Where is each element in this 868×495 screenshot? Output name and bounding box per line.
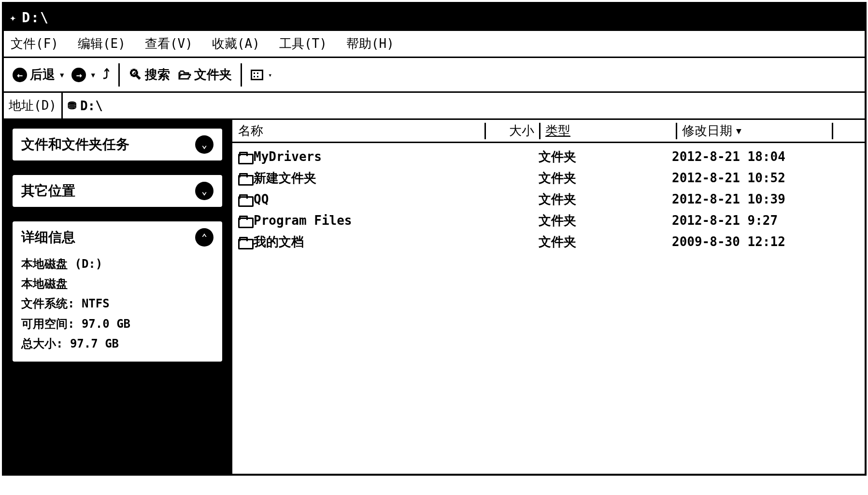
chevron-down-icon: ▼ [91, 71, 95, 79]
table-row[interactable]: 我的文档文件夹2009-8-30 12:12 [232, 231, 865, 252]
menu-file[interactable]: 文件(F) [11, 35, 58, 52]
cell-name: MyDrivers [238, 149, 487, 164]
folder-icon [238, 152, 251, 161]
file-rows: MyDrivers文件夹2012-8-21 18:04新建文件夹文件夹2012-… [232, 143, 865, 252]
cell-name: 我的文档 [238, 233, 487, 250]
chevron-down-icon: ▼ [60, 71, 64, 79]
column-size[interactable]: 大小 [491, 122, 534, 139]
folder-icon [238, 216, 251, 225]
places-panel[interactable]: 其它位置 ⌄ [13, 175, 222, 207]
column-date[interactable]: 修改日期 ▼ [682, 122, 827, 139]
table-row[interactable]: 新建文件夹文件夹2012-8-21 10:52 [232, 167, 865, 189]
explorer-window: ✦ D:\ 文件(F) 编辑(E) 查看(V) 收藏(A) 工具(T) 帮助(H… [2, 2, 867, 476]
folders-button[interactable]: 🗁︎ 文件夹 [174, 66, 236, 83]
titlebar[interactable]: ✦ D:\ [4, 4, 865, 31]
column-type[interactable]: 类型 [545, 122, 671, 139]
search-button[interactable]: 🔍︎ 搜索 [125, 66, 174, 83]
menu-tools[interactable]: 工具(T) [279, 35, 327, 52]
back-button[interactable]: ← 后退 ▼ [9, 66, 68, 83]
views-icon [251, 70, 263, 80]
sort-desc-icon: ▼ [736, 126, 741, 136]
details-panel-title: 详细信息 [21, 228, 75, 247]
address-label: 地址(D) [4, 93, 63, 118]
table-row[interactable]: QQ文件夹2012-8-21 10:39 [232, 189, 865, 210]
places-panel-title: 其它位置 [21, 182, 75, 200]
file-name: 新建文件夹 [254, 170, 316, 187]
file-name: 我的文档 [254, 233, 304, 250]
chevron-down-icon: ▾ [268, 71, 272, 79]
menu-favorites[interactable]: 收藏(A) [212, 35, 260, 52]
column-resize-handle[interactable] [676, 123, 677, 139]
file-name: QQ [254, 192, 269, 206]
up-button[interactable]: ⤴ [99, 67, 114, 83]
details-panel: 详细信息 ⌃ 本地磁盘 (D:) 本地磁盘 文件系统: NTFS 可用空间: 9… [13, 221, 222, 362]
menu-edit[interactable]: 编辑(E) [78, 35, 126, 52]
chevron-down-icon[interactable]: ⌄ [195, 135, 213, 154]
file-name: Program Files [254, 213, 352, 228]
cell-date: 2012-8-21 10:52 [672, 171, 817, 185]
file-list-area: 名称 大小 类型 修改日期 ▼ MyDrivers文件夹2012-8-21 18… [231, 120, 865, 474]
table-row[interactable]: Program Files文件夹2012-8-21 9:27 [232, 210, 865, 231]
folder-icon [238, 173, 251, 183]
folder-up-icon: ⤴ [103, 67, 110, 83]
content-area: 文件和文件夹任务 ⌄ 其它位置 ⌄ 详细信息 ⌃ 本地磁盘 (D:) 本地磁盘 [4, 120, 865, 474]
menubar: 文件(F) 编辑(E) 查看(V) 收藏(A) 工具(T) 帮助(H) [4, 31, 865, 58]
column-name[interactable]: 名称 [238, 122, 480, 139]
details-free: 可用空间: 97.0 GB [21, 315, 213, 333]
details-total: 总大小: 97.7 GB [21, 335, 213, 353]
addressbar: 地址(D) ⛃ D:\ [4, 93, 865, 120]
views-button[interactable]: ▾ [247, 70, 276, 80]
cell-date: 2009-8-30 12:12 [672, 234, 817, 249]
file-name: MyDrivers [254, 149, 322, 164]
cell-name: 新建文件夹 [238, 170, 487, 187]
cell-type: 文件夹 [539, 191, 672, 208]
cell-type: 文件夹 [539, 148, 672, 165]
details-name: 本地磁盘 (D:) [21, 255, 213, 273]
menu-view[interactable]: 查看(V) [145, 35, 193, 52]
column-resize-handle[interactable] [484, 123, 486, 139]
cell-type: 文件夹 [539, 233, 672, 250]
chevron-down-icon[interactable]: ⌄ [195, 182, 213, 200]
details-body: 本地磁盘 (D:) 本地磁盘 文件系统: NTFS 可用空间: 97.0 GB … [21, 255, 213, 353]
column-headers: 名称 大小 类型 修改日期 ▼ [232, 120, 865, 143]
table-row[interactable]: MyDrivers文件夹2012-8-21 18:04 [232, 146, 865, 167]
details-kind: 本地磁盘 [21, 275, 213, 293]
cell-type: 文件夹 [539, 212, 672, 229]
search-icon: 🔍︎ [128, 67, 142, 83]
window-title: D:\ [22, 10, 49, 26]
toolbar-separator [118, 63, 120, 87]
forward-button[interactable]: → ▼ [68, 68, 99, 82]
cell-date: 2012-8-21 9:27 [672, 213, 817, 228]
arrow-left-icon: ← [13, 68, 27, 82]
disk-icon: ⛃ [68, 100, 76, 112]
sidebar: 文件和文件夹任务 ⌄ 其它位置 ⌄ 详细信息 ⌃ 本地磁盘 (D:) 本地磁盘 [4, 120, 231, 474]
toolbar-separator [241, 63, 242, 87]
details-fs: 文件系统: NTFS [21, 295, 213, 313]
menu-help[interactable]: 帮助(H) [346, 35, 394, 52]
cell-name: Program Files [238, 213, 487, 228]
folders-icon: 🗁︎ [178, 67, 191, 83]
address-value: D:\ [80, 99, 103, 113]
tasks-panel[interactable]: 文件和文件夹任务 ⌄ [13, 129, 222, 160]
address-field[interactable]: ⛃ D:\ [63, 93, 865, 118]
folder-icon [238, 237, 251, 247]
column-resize-handle[interactable] [539, 123, 541, 139]
folder-icon [238, 194, 251, 204]
toolbar: ← 后退 ▼ → ▼ ⤴ 🔍︎ 搜索 🗁︎ 文件夹 ▾ [4, 58, 865, 93]
cell-date: 2012-8-21 18:04 [672, 149, 817, 164]
cell-type: 文件夹 [539, 170, 672, 187]
chevron-up-icon[interactable]: ⌃ [195, 228, 213, 247]
system-menu-icon[interactable]: ✦ [10, 12, 17, 24]
tasks-panel-title: 文件和文件夹任务 [21, 135, 129, 154]
cell-date: 2012-8-21 10:39 [672, 192, 817, 206]
cell-name: QQ [238, 192, 487, 206]
column-resize-handle[interactable] [832, 123, 833, 139]
arrow-right-icon: → [71, 68, 86, 82]
